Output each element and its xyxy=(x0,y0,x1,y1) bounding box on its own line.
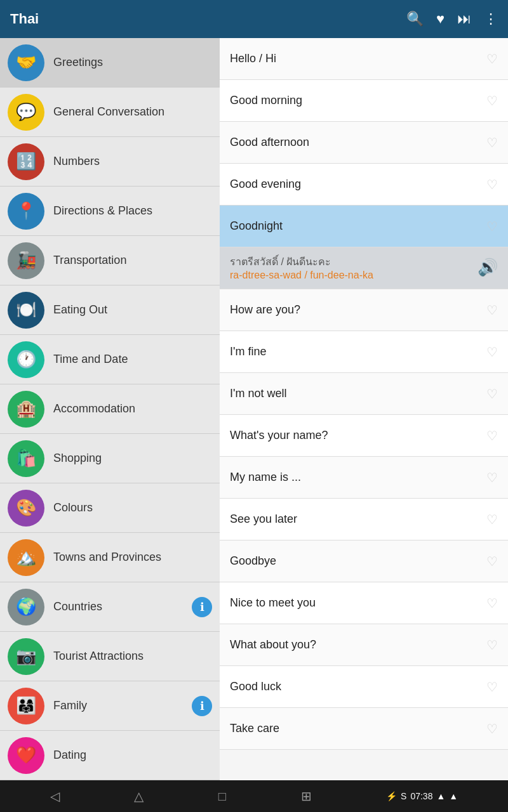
phrase-text-8: I'm not well xyxy=(230,387,286,400)
time-display: 07:38 xyxy=(410,791,432,801)
content-panel: Hello / Hi♡Good morning♡Good afternoon♡G… xyxy=(220,38,508,780)
signal-icon: ▲ xyxy=(449,791,458,801)
directions-icon: 📍 xyxy=(8,193,44,230)
countries-icon: 🌍 xyxy=(8,589,44,625)
heart-icon-9[interactable]: ♡ xyxy=(486,428,498,443)
phrase-item-2[interactable]: Good morning♡ xyxy=(220,80,508,122)
sim-icon: S xyxy=(401,791,406,801)
phrase-item-5[interactable]: Goodnight♡ xyxy=(220,206,508,247)
conversation-icon: 💬 xyxy=(8,94,44,131)
sidebar-badge-countries: ℹ xyxy=(192,597,212,617)
heart-icon-11[interactable]: ♡ xyxy=(486,512,498,527)
phrase-text-4: Good evening xyxy=(230,178,301,191)
top-bar-icons: 🔍 ♥ ⏭ ⋮ xyxy=(406,11,498,27)
sidebar-item-colours[interactable]: 🎨Colours xyxy=(0,483,220,533)
phrase-item-3[interactable]: Good afternoon♡ xyxy=(220,122,508,164)
phrase-text-1: Hello / Hi xyxy=(230,52,276,65)
heart-icon-3[interactable]: ♡ xyxy=(486,135,498,150)
home-button[interactable]: △ xyxy=(134,789,144,804)
dating-icon: ❤️ xyxy=(8,737,44,774)
heart-icon-5[interactable]: ♡ xyxy=(486,219,498,234)
sidebar-label-family: Family xyxy=(53,699,87,712)
heart-icon-15[interactable]: ♡ xyxy=(486,679,498,695)
sidebar: 🤝Greetings💬General Conversation🔢Numbers📍… xyxy=(0,38,220,780)
heart-icon-10[interactable]: ♡ xyxy=(486,470,498,485)
heart-icon-4[interactable]: ♡ xyxy=(486,177,498,192)
sidebar-item-towns[interactable]: 🏔️Towns and Provinces xyxy=(0,533,220,582)
phrase-text-10: My name is ... xyxy=(230,471,301,484)
phrase-text-13: Nice to meet you xyxy=(230,596,316,610)
phrase-item-9[interactable]: What's your name?♡ xyxy=(220,415,508,457)
sidebar-label-numbers: Numbers xyxy=(53,155,100,168)
sidebar-item-accommodation[interactable]: 🏨Accommodation xyxy=(0,384,220,434)
sidebar-label-colours: Colours xyxy=(53,501,93,514)
phrase-text-16: Take care xyxy=(230,722,279,735)
back-button[interactable]: ◁ xyxy=(50,789,60,804)
heart-icon-14[interactable]: ♡ xyxy=(486,638,498,653)
sidebar-item-dating[interactable]: ❤️Dating xyxy=(0,731,220,780)
sidebar-item-numbers[interactable]: 🔢Numbers xyxy=(0,137,220,187)
more-options-icon[interactable]: ⋮ xyxy=(484,11,498,27)
heart-icon-13[interactable]: ♡ xyxy=(486,596,498,611)
search-icon[interactable]: 🔍 xyxy=(406,11,424,27)
phrase-item-7[interactable]: I'm fine♡ xyxy=(220,331,508,373)
time-icon: 🕐 xyxy=(8,341,44,378)
thai-text: ราตรีสวัสดิ์ / ฝันดีนะคะ xyxy=(230,254,373,270)
sidebar-item-countries[interactable]: 🌍Countriesℹ xyxy=(0,582,220,632)
qr-button[interactable]: ⊞ xyxy=(301,789,312,804)
phrase-item-6[interactable]: How are you?♡ xyxy=(220,289,508,331)
phrase-text-12: Goodbye xyxy=(230,554,276,568)
bottom-navigation: ◁ △ □ ⊞ ⚡ S 07:38 ▲ ▲ xyxy=(0,780,508,812)
phrase-item-15[interactable]: Good luck♡ xyxy=(220,666,508,708)
heart-icon-2[interactable]: ♡ xyxy=(486,93,498,108)
sidebar-item-directions[interactable]: 📍Directions & Places xyxy=(0,187,220,236)
phrase-item-13[interactable]: Nice to meet you♡ xyxy=(220,582,508,624)
translation-content: ราตรีสวัสดิ์ / ฝันดีนะคะra-dtree-sa-wad … xyxy=(230,254,498,281)
sidebar-label-tourist: Tourist Attractions xyxy=(53,650,144,663)
sidebar-label-countries: Countries xyxy=(53,600,102,613)
heart-icon-12[interactable]: ♡ xyxy=(486,554,498,569)
sidebar-item-shopping[interactable]: 🛍️Shopping xyxy=(0,434,220,483)
sidebar-item-tourist[interactable]: 📷Tourist Attractions xyxy=(0,632,220,681)
usb-icon: ⚡ xyxy=(386,791,397,801)
sidebar-label-accommodation: Accommodation xyxy=(53,402,135,416)
phrase-item-8[interactable]: I'm not well♡ xyxy=(220,373,508,415)
sidebar-label-greetings: Greetings xyxy=(53,56,103,69)
phrase-item-4[interactable]: Good evening♡ xyxy=(220,164,508,206)
sidebar-item-greetings[interactable]: 🤝Greetings xyxy=(0,38,220,88)
phrase-item-12[interactable]: Goodbye♡ xyxy=(220,540,508,582)
heart-icon-7[interactable]: ♡ xyxy=(486,344,498,360)
sidebar-label-time: Time and Date xyxy=(53,353,128,366)
sidebar-item-transportation[interactable]: 🚂Transportation xyxy=(0,236,220,285)
eating-icon: 🍽️ xyxy=(8,292,44,329)
sidebar-item-time[interactable]: 🕐Time and Date xyxy=(0,335,220,384)
sidebar-label-directions: Directions & Places xyxy=(53,204,152,218)
heart-icon-6[interactable]: ♡ xyxy=(486,303,498,318)
heart-icon-16[interactable]: ♡ xyxy=(486,721,498,737)
sidebar-label-transportation: Transportation xyxy=(53,254,126,267)
phrase-item-1[interactable]: Hello / Hi♡ xyxy=(220,38,508,80)
phrase-item-14[interactable]: What about you?♡ xyxy=(220,624,508,666)
sidebar-label-eating: Eating Out xyxy=(53,303,107,317)
heart-icon-1[interactable]: ♡ xyxy=(486,51,498,67)
phrase-text-7: I'm fine xyxy=(230,345,266,358)
play-pause-icon[interactable]: ⏭ xyxy=(457,11,471,27)
phrase-item-11[interactable]: See you later♡ xyxy=(220,499,508,540)
phrase-item-16[interactable]: Take care♡ xyxy=(220,708,508,750)
sidebar-badge-family: ℹ xyxy=(192,696,212,716)
phrase-item-10[interactable]: My name is ...♡ xyxy=(220,457,508,499)
sidebar-item-family[interactable]: 👨‍👩‍👧Familyℹ xyxy=(0,681,220,731)
heart-icon-8[interactable]: ♡ xyxy=(486,386,498,402)
status-bar: ⚡ S 07:38 ▲ ▲ xyxy=(386,791,458,801)
recents-button[interactable]: □ xyxy=(218,789,226,804)
tourist-icon: 📷 xyxy=(8,638,44,675)
wifi-icon: ▲ xyxy=(436,791,445,801)
speaker-icon[interactable]: 🔊 xyxy=(478,258,498,277)
sidebar-item-conversation[interactable]: 💬General Conversation xyxy=(0,88,220,137)
transliteration-text: ra-dtree-sa-wad / fun-dee-na-ka xyxy=(230,270,373,281)
transportation-icon: 🚂 xyxy=(8,242,44,279)
sidebar-item-eating[interactable]: 🍽️Eating Out xyxy=(0,285,220,335)
favorites-icon[interactable]: ♥ xyxy=(436,11,444,27)
towns-icon: 🏔️ xyxy=(8,539,44,576)
phrase-text-9: What's your name? xyxy=(230,429,328,442)
